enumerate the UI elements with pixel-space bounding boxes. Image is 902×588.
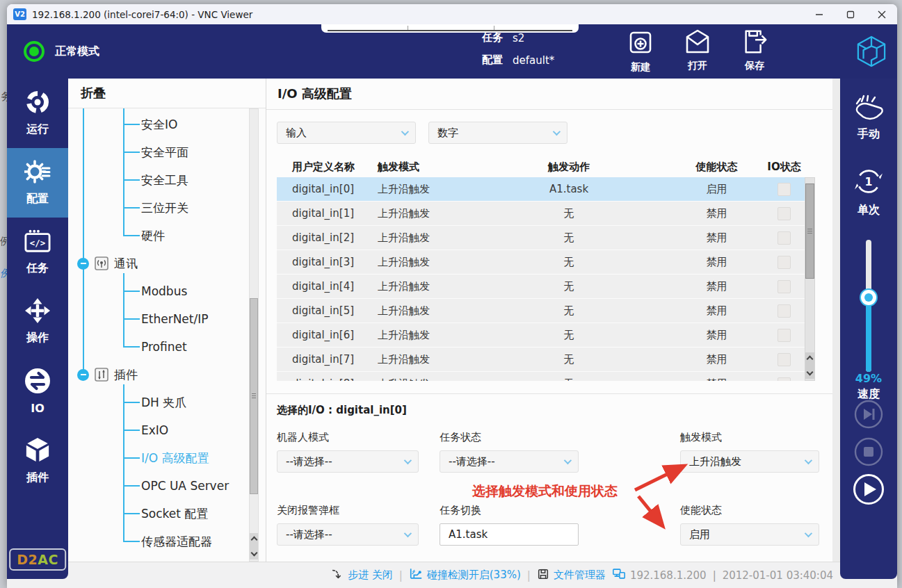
tree-item-插件[interactable]: 插件 bbox=[68, 361, 266, 389]
table-row[interactable]: digital_in[3] 上升沿触发 无 禁用 bbox=[277, 250, 805, 275]
tree-item-DH 夹爪[interactable]: DH 夹爪 bbox=[68, 389, 266, 416]
collapse-toggle-icon[interactable] bbox=[77, 369, 89, 381]
trigger-action-cell: A1.task bbox=[468, 183, 670, 195]
collapse-toggle-icon[interactable] bbox=[77, 258, 89, 270]
tree-item-I/O 高级配置[interactable]: I/O 高级配置 bbox=[68, 444, 266, 472]
io-direction-select[interactable]: 输入 bbox=[277, 122, 416, 144]
ip-address: 192.168.1.200 bbox=[630, 569, 707, 582]
tree-item-通讯[interactable]: 通讯 bbox=[68, 250, 266, 277]
tree-item-传感器适配器[interactable]: 传感器适配器 bbox=[68, 528, 266, 555]
window-title: 192.168.1.200 (intel-corei7-64:0) - VNC … bbox=[32, 9, 252, 20]
vnc-toolbar-notch[interactable] bbox=[321, 24, 579, 33]
table-row[interactable]: digital_in[1] 上升沿触发 无 禁用 bbox=[277, 202, 805, 226]
select-任务状态[interactable]: --请选择-- bbox=[440, 450, 579, 473]
tree-item-label: DH 夹爪 bbox=[141, 395, 186, 411]
selected-io-label: 选择的I/O : digital_in[0] bbox=[277, 404, 832, 419]
select-关闭报警弹框[interactable]: --请选择-- bbox=[277, 523, 419, 546]
new-file-icon bbox=[627, 28, 654, 59]
table-scrollbar-thumb[interactable] bbox=[805, 183, 814, 279]
manual-mode-button[interactable]: 手动 bbox=[840, 94, 897, 142]
sidebar-item-IO[interactable]: IO bbox=[7, 357, 68, 426]
table-row[interactable]: digital_in[4] 上升沿触发 无 禁用 bbox=[277, 275, 805, 299]
sidebar-item-插件[interactable]: 插件 bbox=[7, 426, 68, 496]
tree-item-label: 安全工具 bbox=[141, 172, 188, 188]
tree-scrollbar[interactable] bbox=[249, 108, 259, 562]
sidebar-item-操作[interactable]: 操作 bbox=[7, 287, 68, 357]
tree-item-硬件[interactable]: 硬件 bbox=[68, 222, 266, 250]
io-state-checkbox[interactable] bbox=[778, 207, 791, 220]
tree-item-Socket 配置[interactable]: Socket 配置 bbox=[68, 500, 266, 528]
io-state-checkbox[interactable] bbox=[778, 231, 791, 245]
collision-status[interactable]: 碰撞检测开启(33%) bbox=[409, 567, 521, 583]
tree-item-安全工具[interactable]: 安全工具 bbox=[68, 166, 266, 194]
minimize-button[interactable] bbox=[803, 4, 835, 24]
sidebar-item-运行[interactable]: 运行 bbox=[7, 79, 68, 148]
table-row[interactable]: digital_in[5] 上升沿触发 无 禁用 bbox=[277, 299, 805, 323]
scroll-up-icon[interactable] bbox=[807, 356, 814, 363]
io-state-checkbox[interactable] bbox=[778, 256, 791, 269]
right-sidebar: 手动 1 单次 49% 速度 bbox=[840, 79, 897, 579]
select-触发模式[interactable]: 上升沿触发 bbox=[680, 450, 819, 473]
run-target-icon bbox=[25, 90, 50, 117]
open-button[interactable]: 打开 bbox=[677, 28, 718, 74]
tree-item-label: 安全平面 bbox=[141, 145, 188, 161]
sidebar-item-任务[interactable]: </> 任务 bbox=[7, 218, 68, 287]
save-button[interactable]: 保存 bbox=[734, 28, 775, 74]
select-机器人模式[interactable]: --请选择-- bbox=[277, 450, 419, 473]
task-field: 任务 s2 bbox=[482, 31, 554, 44]
input-任务切换[interactable]: A1.task bbox=[440, 523, 579, 546]
table-row[interactable]: digital_in[0] 上升沿触发 A1.task 启用 bbox=[277, 177, 805, 202]
io-state-checkbox[interactable] bbox=[778, 377, 791, 382]
table-row[interactable]: digital_in[7] 上升沿触发 无 禁用 bbox=[277, 348, 805, 372]
table-row[interactable]: digital_in[6] 上升沿触发 无 禁用 bbox=[277, 323, 805, 348]
datetime-label: 2012-01-01 03:40:04 bbox=[723, 569, 833, 582]
sidebar-item-配置[interactable]: 配置 bbox=[7, 148, 68, 218]
new-file-button[interactable]: 新建 bbox=[620, 28, 661, 74]
close-button[interactable] bbox=[866, 4, 897, 24]
table-row[interactable]: digital_in[8] 上升沿触发 无 禁用 bbox=[277, 372, 805, 381]
tree-item-label: Modbus bbox=[141, 284, 187, 298]
scroll-down-icon[interactable] bbox=[807, 369, 814, 376]
page-title: I/O 高级配置 bbox=[266, 79, 832, 110]
tree-collapse-header[interactable]: 折叠 bbox=[68, 79, 266, 108]
separator: | bbox=[399, 569, 403, 582]
trigger-mode-cell: 上升沿触发 bbox=[378, 231, 468, 245]
play-button[interactable] bbox=[853, 473, 885, 508]
io-state-checkbox[interactable] bbox=[778, 329, 791, 342]
table-scrollbar[interactable] bbox=[805, 177, 815, 381]
table-row[interactable]: digital_in[2] 上升沿触发 无 禁用 bbox=[277, 226, 805, 250]
stop-button[interactable] bbox=[854, 437, 883, 469]
io-table: 用户定义名称 触发模式 触发动作 使能状态 IO状态 digital_in[0]… bbox=[277, 156, 815, 381]
form-field-任务切换: 任务切换 A1.task bbox=[440, 504, 579, 546]
enable-state-cell: 禁用 bbox=[670, 256, 764, 269]
tree-item-ExIO[interactable]: ExIO bbox=[68, 416, 266, 444]
tree-item-OPC UA Server[interactable]: OPC UA Server bbox=[68, 472, 266, 500]
io-state-checkbox[interactable] bbox=[778, 304, 791, 318]
tree-item-安全平面[interactable]: 安全平面 bbox=[68, 138, 266, 166]
io-state-checkbox[interactable] bbox=[778, 183, 791, 196]
single-run-button[interactable]: 1 单次 bbox=[840, 167, 897, 218]
tree-scrollbar-thumb[interactable] bbox=[250, 298, 258, 494]
trigger-mode-cell: 上升沿触发 bbox=[378, 329, 468, 342]
io-type-select[interactable]: 数字 bbox=[428, 122, 567, 144]
tree-item-三位开关[interactable]: 三位开关 bbox=[68, 194, 266, 222]
io-state-checkbox[interactable] bbox=[778, 353, 791, 366]
enable-state-cell: 禁用 bbox=[670, 377, 764, 382]
speed-slider-thumb[interactable] bbox=[860, 288, 878, 307]
io-state-checkbox[interactable] bbox=[778, 280, 791, 293]
step-status[interactable]: 步进 关闭 bbox=[331, 568, 393, 583]
file-manager-link[interactable]: 文件管理器 bbox=[537, 568, 606, 583]
tree-item-label: EtherNet/IP bbox=[141, 312, 208, 326]
step-next-button[interactable] bbox=[854, 400, 883, 432]
file-manager-icon bbox=[537, 568, 549, 583]
tree-item-Profinet[interactable]: Profinet bbox=[68, 333, 266, 361]
sliders-icon bbox=[95, 368, 108, 382]
maximize-button[interactable] bbox=[835, 4, 866, 24]
scroll-down-icon[interactable] bbox=[250, 550, 257, 557]
scroll-up-icon[interactable] bbox=[250, 537, 257, 544]
tree-item-EtherNet/IP[interactable]: EtherNet/IP bbox=[68, 305, 266, 333]
tree-item-安全IO[interactable]: 安全IO bbox=[68, 111, 266, 138]
select-使能状态[interactable]: 启用 bbox=[680, 523, 819, 546]
tree-item-Modbus[interactable]: Modbus bbox=[68, 277, 266, 305]
speed-percent: 49% bbox=[840, 372, 897, 385]
